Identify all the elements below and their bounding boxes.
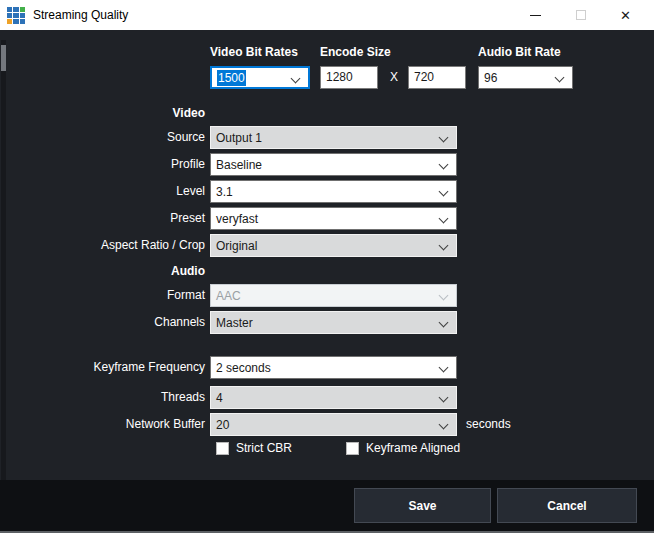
audio-bit-rate-value: 96 [484,71,497,85]
video-bit-rate-value: 1500 [217,70,246,86]
close-icon: ✕ [620,9,631,22]
chevron-down-icon [439,291,449,301]
threads-label: Threads [0,386,205,409]
level-row: Level 3.1 [0,180,654,203]
profile-value: Baseline [216,158,262,172]
video-bit-rate-select[interactable]: 1500 [210,66,310,89]
channels-row: Channels Master [0,311,654,334]
preset-row: Preset veryfast [0,207,654,230]
threads-value: 4 [216,391,223,405]
threads-select[interactable]: 4 [210,386,457,409]
network-buffer-value: 20 [216,418,229,432]
grid-logo-icon [7,7,25,24]
titlebar: Streaming Quality ✕ [0,0,654,30]
source-select[interactable]: Output 1 [210,126,457,149]
chevron-down-icon [439,241,449,251]
encode-height-input[interactable]: 720 [408,66,466,89]
chevron-down-icon [439,187,449,197]
aspect-ratio-value: Original [216,239,257,253]
minimize-button[interactable] [513,0,558,30]
aspect-ratio-row: Aspect Ratio / Crop Original [0,234,654,257]
window-controls: ✕ [513,0,654,30]
source-value: Output 1 [216,131,262,145]
chevron-down-icon [291,74,301,84]
keyframe-aligned-label: Keyframe Aligned [366,441,460,456]
level-label: Level [0,180,205,203]
encode-width-input[interactable]: 1280 [320,66,378,89]
video-bit-rates-label: Video Bit Rates [210,45,298,59]
dialog-body: Video Bit Rates Encode Size Audio Bit Ra… [0,30,654,480]
format-label: Format [0,284,205,307]
keyframe-frequency-select[interactable]: 2 seconds [210,356,457,379]
chevron-down-icon [439,420,449,430]
chevron-down-icon [555,73,565,83]
level-value: 3.1 [216,185,233,199]
minimize-icon [530,15,541,16]
dialog-footer: Save Cancel [0,480,654,533]
channels-value: Master [216,316,253,330]
threads-row: Threads 4 [0,386,654,409]
format-select: AAC [210,284,457,307]
strict-cbr-checkbox[interactable] [216,442,229,455]
cancel-button[interactable]: Cancel [497,488,637,523]
video-section-header: Video [0,106,205,120]
network-buffer-select[interactable]: 20 [210,413,457,436]
keyframe-frequency-value: 2 seconds [216,361,271,375]
aspect-ratio-select[interactable]: Original [210,234,457,257]
aspect-ratio-label: Aspect Ratio / Crop [0,234,205,257]
source-label: Source [0,126,205,149]
maximize-icon [576,10,586,20]
encode-size-separator: X [386,66,402,89]
chevron-down-icon [439,318,449,328]
profile-label: Profile [0,153,205,176]
save-button[interactable]: Save [354,488,491,523]
audio-bit-rate-label: Audio Bit Rate [478,45,561,59]
keyframe-frequency-row: Keyframe Frequency 2 seconds [0,356,654,379]
profile-row: Profile Baseline [0,153,654,176]
streaming-quality-dialog: Streaming Quality ✕ Video Bit Rates Enco… [0,0,654,533]
chevron-down-icon [439,363,449,373]
chevron-down-icon [439,393,449,403]
window-title: Streaming Quality [33,8,128,22]
level-select[interactable]: 3.1 [210,180,457,203]
preset-label: Preset [0,207,205,230]
close-button[interactable]: ✕ [603,0,648,30]
keyframe-aligned-checkbox[interactable] [346,442,359,455]
network-buffer-row: Network Buffer 20 seconds [0,413,654,436]
chevron-down-icon [439,133,449,143]
source-row: Source Output 1 [0,126,654,149]
preset-select[interactable]: veryfast [210,207,457,230]
format-value: AAC [216,289,241,303]
preset-value: veryfast [216,212,258,226]
maximize-button[interactable] [558,0,603,30]
encode-size-label: Encode Size [320,45,391,59]
network-buffer-label: Network Buffer [0,413,205,436]
chevron-down-icon [439,160,449,170]
channels-label: Channels [0,311,205,334]
audio-section-header: Audio [0,264,205,278]
keyframe-frequency-label: Keyframe Frequency [0,356,205,379]
profile-select[interactable]: Baseline [210,153,457,176]
network-buffer-suffix: seconds [466,413,511,436]
channels-select[interactable]: Master [210,311,457,334]
audio-bit-rate-select[interactable]: 96 [478,66,573,89]
strict-cbr-label: Strict CBR [236,441,292,456]
left-scrollbar-thumb[interactable] [1,45,6,71]
chevron-down-icon [439,214,449,224]
format-row: Format AAC [0,284,654,307]
